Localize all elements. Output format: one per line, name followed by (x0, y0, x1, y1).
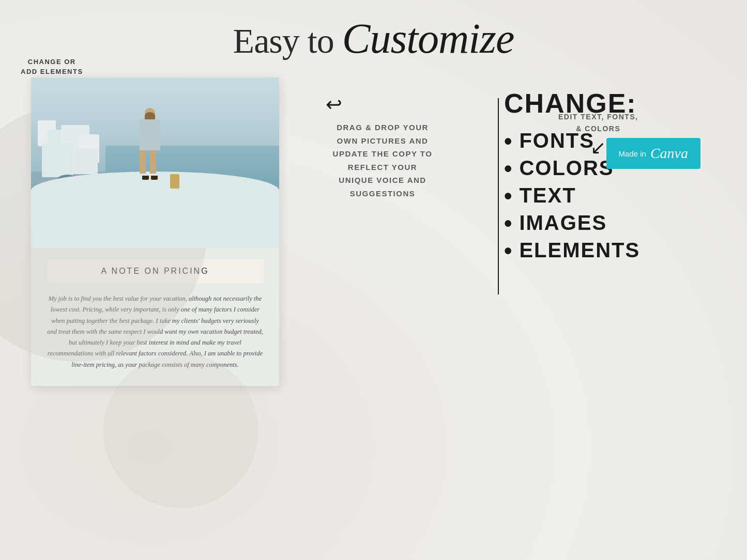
change-add-label: CHANGE ORADD ELEMENTS (21, 58, 83, 75)
right-content: ↩ DRAG & DROP YOUROWN PICTURES ANDUPDATE… (300, 67, 716, 200)
vertical-divider (498, 98, 499, 294)
person-shoes (140, 176, 160, 180)
shoe-right (151, 176, 158, 180)
bullet-elements: • (504, 239, 513, 262)
building-6 (72, 148, 98, 174)
person-body (140, 119, 160, 150)
bullet-fonts: • (504, 130, 513, 152)
bg-circle-medium (103, 353, 258, 508)
edit-text: EDIT TEXT, FONTS,& COLORS (558, 111, 638, 134)
photo-scene (31, 77, 279, 248)
change-item-images: • IMAGES (504, 211, 700, 235)
document-photo (31, 77, 279, 248)
person-leg-left (140, 150, 146, 174)
bullet-text: • (504, 184, 513, 207)
change-images-label: IMAGES (519, 211, 607, 235)
change-item-text: • TEXT (504, 184, 700, 207)
easy-to-text: Easy to (233, 21, 334, 60)
page-wrapper: Easy to Customize CHANGE ORADD ELEMENTS … (0, 0, 747, 560)
person-figure (140, 108, 160, 180)
canva-logo-text: Canva (650, 145, 688, 162)
header-title: Easy to Customize (0, 15, 747, 62)
person-hair (145, 112, 155, 119)
foreground-area (31, 172, 279, 248)
drag-drop-text: DRAG & DROP YOUROWN PICTURES ANDUPDATE T… (310, 121, 455, 200)
change-text-label: TEXT (519, 184, 576, 207)
person-leg-right (150, 150, 156, 174)
change-colors-label: COLORS (519, 157, 614, 180)
change-item-elements: • ELEMENTS (504, 239, 700, 262)
bullet-colors: • (504, 157, 513, 180)
shoe-left (142, 176, 149, 180)
canva-badge: Made in Canva (606, 138, 700, 169)
bag (170, 174, 179, 189)
canva-made-in-text: Made in (619, 149, 646, 158)
bullet-images: • (504, 212, 513, 235)
building-5 (42, 144, 73, 177)
customize-text: Customize (342, 15, 514, 62)
change-elements-label: ELEMENTS (519, 239, 640, 262)
header: Easy to Customize (0, 0, 747, 62)
